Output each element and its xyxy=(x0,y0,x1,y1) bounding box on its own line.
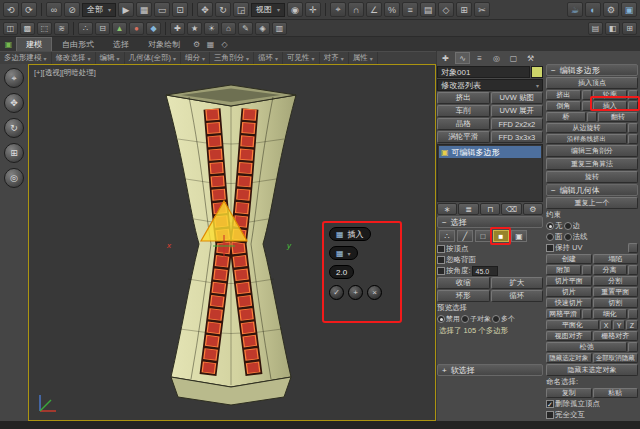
object-color-swatch[interactable] xyxy=(531,66,543,78)
caddy-title[interactable]: ▦ 插入 xyxy=(329,227,371,241)
configure-modifier-icon[interactable]: ⚙ xyxy=(523,203,543,215)
bevel-button[interactable]: 倒角 xyxy=(546,101,581,111)
caddy-ok-button[interactable]: ✓ xyxy=(329,285,344,300)
caddy-group-toggle[interactable]: ▦ ▾ xyxy=(329,246,358,260)
edge-subobject-icon[interactable]: ╱ xyxy=(457,230,473,242)
cut-button[interactable]: 切割 xyxy=(593,298,639,308)
ribbon-tool-icon-1[interactable]: ◫ xyxy=(3,22,18,35)
edit-polygons-rollout-header[interactable]: − 编辑多边形 xyxy=(546,64,638,76)
grid-toggle-icon[interactable]: ⊞ xyxy=(622,22,637,35)
panel-triangulation[interactable]: 三角剖分▾ xyxy=(210,52,254,64)
soft-selection-rollout-header[interactable]: + 软选择 xyxy=(437,364,543,376)
viewport-label[interactable]: [+][透视][明暗处理] xyxy=(34,68,96,78)
loop-button[interactable]: 循环 xyxy=(491,290,544,302)
retriangulate-button[interactable]: 重复三角算法 xyxy=(546,158,638,170)
preserve-uv-checkbox[interactable] xyxy=(546,244,554,252)
ribbon-tool-icon-8[interactable]: ● xyxy=(129,22,144,35)
select-by-name-icon[interactable]: ▦ xyxy=(136,2,152,17)
create-tab-icon[interactable]: ✚ xyxy=(438,52,453,64)
outline-button[interactable]: 轮廓 xyxy=(593,90,628,100)
inset-button[interactable]: 插入 xyxy=(593,101,628,111)
extrude-along-spline-button[interactable]: 沿样条线挤出 xyxy=(546,134,627,144)
snap-toggle-icon[interactable]: ⌖ xyxy=(330,2,346,17)
turn-button[interactable]: 旋转 xyxy=(546,171,638,183)
caddy-amount-field[interactable]: 2.0 xyxy=(329,265,354,279)
planar-y-button[interactable]: Y xyxy=(613,320,625,330)
panel-edit[interactable]: 编辑▾ xyxy=(96,52,125,64)
paste-button[interactable]: 粘贴 xyxy=(593,388,639,398)
by-vertex-checkbox[interactable] xyxy=(437,245,445,253)
viewport-layout-icon[interactable]: ◧ xyxy=(605,22,620,35)
preview-subobj-radio[interactable] xyxy=(461,315,469,323)
use-center-icon[interactable]: ◉ xyxy=(287,2,303,17)
object-name-field[interactable]: 对象001 xyxy=(437,66,530,78)
attach-button[interactable]: 附加 xyxy=(546,265,581,275)
ribbon-tool-icon-15[interactable]: ◈ xyxy=(255,22,270,35)
view-align-button[interactable]: 视图对齐 xyxy=(546,331,592,341)
render-icon[interactable]: ☕ xyxy=(567,2,583,17)
window-crossing-icon[interactable]: ⊡ xyxy=(172,2,188,17)
rotate-icon[interactable]: ↻ xyxy=(215,2,231,17)
ribbon-help-icon[interactable]: ◇ xyxy=(218,39,231,50)
edit-geometry-rollout-header[interactable]: − 编辑几何体 xyxy=(546,184,638,196)
edit-triangulation-button[interactable]: 编辑三角剖分 xyxy=(546,145,638,157)
create-button[interactable]: 创建 xyxy=(546,254,592,264)
ribbon-tool-icon-3[interactable]: ⬚ xyxy=(37,22,52,35)
element-subobject-icon[interactable]: ▣ xyxy=(511,230,527,242)
slice-button[interactable]: 切片 xyxy=(546,287,592,297)
ribbon-tool-icon-5[interactable]: ∴ xyxy=(78,22,93,35)
panel-align[interactable]: 对齐▾ xyxy=(320,52,349,64)
hinge-from-edge-button[interactable]: 从边旋转 xyxy=(546,123,627,133)
ffd3-modifier-button[interactable]: FFD 3x3x3 xyxy=(491,131,544,143)
attach-settings-button[interactable] xyxy=(582,265,592,275)
constraint-normal-radio[interactable] xyxy=(564,233,572,241)
tessellate-settings-button[interactable] xyxy=(628,309,638,319)
stack-item-editable-poly[interactable]: ▣ 可编辑多边形 xyxy=(439,146,541,158)
ignore-backfacing-checkbox[interactable] xyxy=(437,256,445,264)
tab-object-paint[interactable]: 对象绘制 xyxy=(139,37,189,51)
dock-maximize-icon[interactable]: ⊞ xyxy=(4,143,24,163)
caddy-apply-button[interactable]: + xyxy=(348,285,363,300)
material-editor-icon[interactable]: ◐ xyxy=(585,2,601,17)
by-angle-field[interactable]: 45.0 xyxy=(472,266,498,276)
dock-navigate-icon[interactable]: ◎ xyxy=(4,168,24,188)
repeat-last-button[interactable]: 重复上一个 xyxy=(546,197,638,209)
slice-plane-button[interactable]: 切片平面 xyxy=(546,276,592,286)
extrude-settings-button[interactable] xyxy=(582,90,592,100)
align-icon[interactable]: ◇ xyxy=(438,2,454,17)
constraint-edge-radio[interactable] xyxy=(564,222,572,230)
perspective-viewport[interactable]: [+][透视][明暗处理] xyxy=(28,64,436,421)
bridge-settings-button[interactable] xyxy=(587,112,597,122)
vertex-subobject-icon[interactable]: ∴ xyxy=(439,230,455,242)
grid-align-button[interactable]: 栅格对齐 xyxy=(593,331,639,341)
ribbon-tool-icon-2[interactable]: ▩ xyxy=(20,22,35,35)
spinner-snap-icon[interactable]: % xyxy=(384,2,400,17)
reset-plane-button[interactable]: 重置平面 xyxy=(593,287,639,297)
detach-button[interactable]: 分离 xyxy=(593,265,628,275)
flip-button[interactable]: 翻转 xyxy=(598,112,638,122)
hinge-settings-button[interactable] xyxy=(628,123,638,133)
make-unique-icon[interactable]: ⊓ xyxy=(480,203,500,215)
workspace-icon[interactable]: ▤ xyxy=(588,22,603,35)
extrude-along-spline-settings-button[interactable] xyxy=(628,134,638,144)
select-object-icon[interactable]: ▶ xyxy=(118,2,134,17)
select-and-link-icon[interactable]: ∞ xyxy=(46,2,62,17)
caddy-cancel-button[interactable]: × xyxy=(367,285,382,300)
preserve-uv-settings-button[interactable] xyxy=(628,243,638,253)
panel-modify-selection[interactable]: 修改选择▾ xyxy=(52,52,96,64)
remove-modifier-icon[interactable]: ⌫ xyxy=(501,203,521,215)
select-manipulate-icon[interactable]: ✛ xyxy=(305,2,321,17)
tab-modeling[interactable]: 建模 xyxy=(16,37,52,51)
ribbon-tool-icon-16[interactable]: ▥ xyxy=(272,22,287,35)
dock-zoom-icon[interactable]: ⌖ xyxy=(4,68,24,88)
constraint-none-radio[interactable] xyxy=(546,222,554,230)
full-interactivity-checkbox[interactable] xyxy=(546,411,554,419)
named-selection-icon[interactable]: ≡ xyxy=(402,2,418,17)
split-button[interactable]: 分割 xyxy=(593,276,639,286)
ribbon-tool-icon-10[interactable]: ✚ xyxy=(170,22,185,35)
collapse-button[interactable]: 塌陷 xyxy=(593,254,639,264)
lattice-modifier-button[interactable]: 晶格 xyxy=(437,118,490,130)
extrude-modifier-button[interactable]: 挤出 xyxy=(437,92,490,104)
extrude-button[interactable]: 挤出 xyxy=(546,90,581,100)
inset-settings-button[interactable] xyxy=(628,101,638,111)
